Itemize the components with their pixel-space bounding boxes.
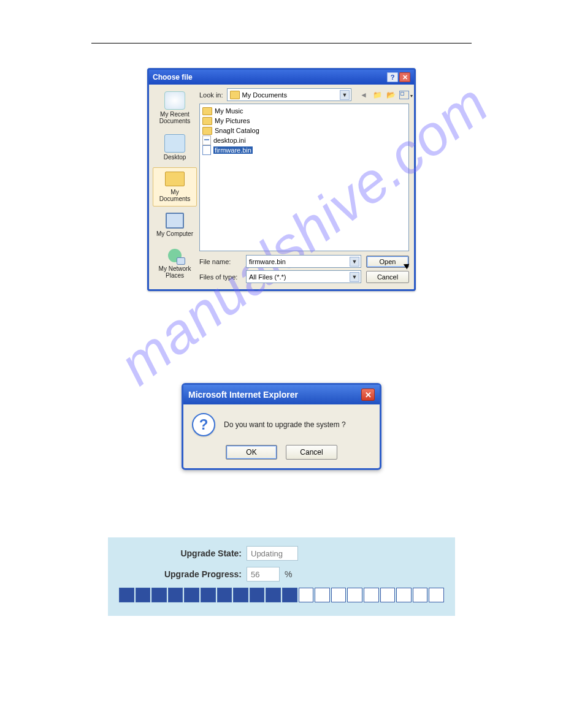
view-menu-icon[interactable] [399,90,409,100]
close-button[interactable]: ✕ [399,72,410,82]
percent-sign: % [285,569,292,579]
progress-cell [429,588,444,602]
divider-rule [91,43,472,44]
filetype-dropdown[interactable]: All Files (*.*) [246,270,361,283]
place-docs-label: My Documents [159,189,191,202]
places-bar: My Recent Documents Desktop My Documents… [153,88,197,283]
open-button[interactable]: Open [366,256,409,268]
lookin-dropdown[interactable]: My Documents [227,88,351,101]
filetype-value: All Files (*.*) [249,273,286,281]
progress-cell [184,588,199,602]
file-item-desktop-ini[interactable]: desktop.ini [202,135,406,145]
file-name: desktop.ini [213,137,246,144]
confirm-dialog: Microsoft Internet Explorer ✕ ? Do you w… [182,383,381,470]
documents-icon [165,170,185,188]
file-name: firmware.bin [213,146,253,154]
progress-cell [282,588,297,602]
question-icon: ? [192,413,215,436]
cursor-icon [404,261,411,269]
up-folder-icon[interactable]: 📁 [372,90,382,100]
folder-icon [230,91,240,99]
folder-icon [202,127,212,135]
folder-icon [202,107,212,115]
file-item-my-music[interactable]: My Music [202,106,406,116]
progress-cell [233,588,248,602]
new-folder-icon[interactable]: 📂 [386,90,396,100]
ok-button[interactable]: OK [226,445,277,460]
place-my-documents[interactable]: My Documents [153,167,197,207]
place-recent[interactable]: My Recent Documents [153,88,197,129]
upgrade-progress-label: Upgrade Progress: [119,569,242,579]
progress-cell [347,588,362,602]
file-item-snagit[interactable]: SnagIt Catalog [202,126,406,135]
progress-cell [250,588,265,602]
progress-cell [299,588,314,602]
file-item-firmware[interactable]: firmware.bin [202,145,406,155]
place-recent-label: My Recent Documents [159,111,191,124]
ini-file-icon [202,135,211,145]
cancel-button[interactable]: Cancel [366,271,409,283]
progress-bar [119,588,444,602]
place-computer-label: My Computer [156,230,193,237]
filename-value: firmware.bin [249,258,286,265]
cancel-button[interactable]: Cancel [286,445,337,460]
place-desktop[interactable]: Desktop [153,131,197,165]
progress-cell [315,588,330,602]
progress-cell [364,588,379,602]
upgrade-progress-value: 56 [247,567,280,582]
file-list[interactable]: My Music My Pictures SnagIt Catalog desk… [199,104,409,251]
file-chooser-dialog: Choose file ? ✕ My Recent Documents Desk… [147,68,416,291]
progress-cell [380,588,396,602]
computer-icon [165,212,185,229]
place-my-computer[interactable]: My Computer [153,209,197,241]
lookin-value: My Documents [242,91,287,99]
place-network[interactable]: My Network Places [153,244,197,283]
lookin-label: Look in: [199,91,223,99]
progress-cell [119,588,134,602]
file-name: SnagIt Catalog [215,127,259,134]
progress-cell [396,588,412,602]
confirm-title: Microsoft Internet Explorer [188,390,298,400]
file-chooser-title: Choose file [153,73,387,82]
confirm-titlebar: Microsoft Internet Explorer ✕ [183,385,380,404]
progress-cell [331,588,347,602]
file-name: My Pictures [215,117,250,124]
progress-cell [201,588,216,602]
confirm-message: Do you want to upgrade the system ? [224,420,346,429]
open-button-label: Open [380,258,396,265]
filetype-label: Files of type: [199,273,241,281]
progress-cell [151,588,167,602]
upgrade-state-label: Upgrade State: [119,548,242,558]
close-button[interactable]: ✕ [361,389,375,401]
progress-cell [217,588,232,602]
place-desktop-label: Desktop [164,154,186,161]
desktop-icon [164,134,185,153]
recent-icon [164,91,185,110]
progress-cell [136,588,151,602]
progress-cell [266,588,281,602]
filename-input[interactable]: firmware.bin [246,255,361,268]
folder-icon [202,117,212,125]
file-chooser-titlebar: Choose file ? ✕ [149,70,414,85]
bin-file-icon [202,145,211,155]
upgrade-panel: Upgrade State: Updating Upgrade Progress… [108,537,455,616]
file-name: My Music [215,107,243,115]
help-button[interactable]: ? [387,72,398,82]
upgrade-state-value: Updating [247,546,298,561]
progress-cell [168,588,183,602]
network-icon [165,247,185,264]
filename-label: File name: [199,258,241,265]
progress-cell [413,588,428,602]
place-network-label: My Network Places [159,265,191,279]
file-item-my-pictures[interactable]: My Pictures [202,116,406,126]
back-icon[interactable]: ◄ [359,90,369,100]
